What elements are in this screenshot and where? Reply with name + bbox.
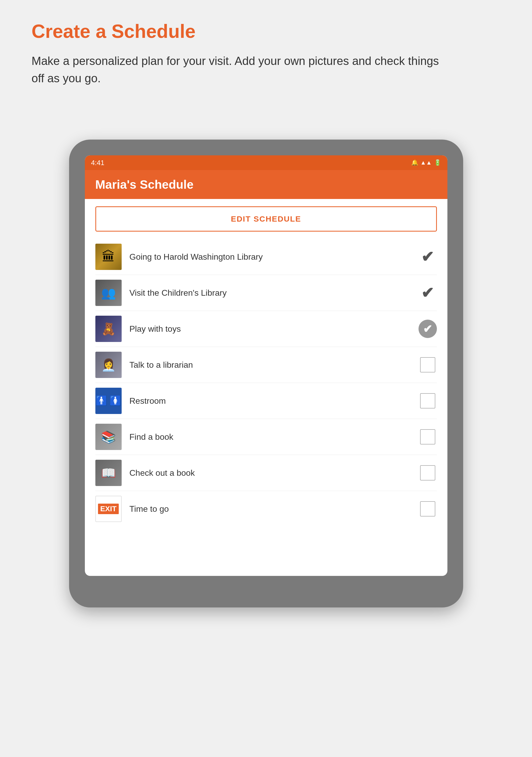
- page-subtitle: Make a personalized plan for your visit.…: [32, 52, 452, 87]
- checkmark-circle: ✔: [419, 319, 437, 338]
- status-time: 4:41: [91, 159, 104, 167]
- exit-sign-icon: EXIT: [98, 503, 118, 514]
- page-content: Create a Schedule Make a personalized pl…: [0, 0, 532, 623]
- edit-schedule-button[interactable]: EDIT SCHEDULE: [95, 206, 437, 231]
- checkmark-icon: ✔: [421, 284, 434, 302]
- app-header-title: Maria's Schedule: [95, 178, 193, 191]
- list-item: EXIT Time to go: [95, 491, 437, 527]
- tablet-outer-frame: 4:41 🔔 ▲▲ 🔋 Maria's Schedule EDIT SCHEDU…: [69, 139, 463, 607]
- battery-icon: 🔋: [434, 159, 441, 166]
- item-label: Find a book: [130, 432, 411, 442]
- item-image-toys: [95, 316, 122, 342]
- item-check[interactable]: [419, 500, 437, 518]
- tablet-screen: 4:41 🔔 ▲▲ 🔋 Maria's Schedule EDIT SCHEDU…: [85, 155, 447, 576]
- list-item: Check out a book: [95, 455, 437, 491]
- checkmark-icon: ✔: [423, 322, 432, 335]
- checkbox-empty: [420, 357, 435, 373]
- item-image-restroom: 🚹 🚺: [95, 388, 122, 414]
- list-item: 🚹 🚺 Restroom: [95, 383, 437, 419]
- item-image-children: [95, 280, 122, 306]
- schedule-list: Going to Harold Washington Library ✔ Vis…: [85, 239, 447, 527]
- item-label: Play with toys: [130, 324, 411, 334]
- item-image-book: [95, 424, 122, 450]
- male-icon: 🚹: [96, 395, 107, 407]
- item-image-checkout: [95, 460, 122, 486]
- item-check[interactable]: [419, 428, 437, 446]
- list-item: Find a book: [95, 419, 437, 455]
- item-check[interactable]: [419, 464, 437, 482]
- status-icons: 🔔 ▲▲ 🔋: [411, 159, 441, 166]
- item-check[interactable]: ✔: [419, 319, 437, 338]
- item-label: Talk to a librarian: [130, 360, 411, 370]
- item-label: Visit the Children's Library: [130, 288, 411, 298]
- app-header: Maria's Schedule: [85, 170, 447, 199]
- item-image-librarian: [95, 352, 122, 378]
- item-label: Check out a book: [130, 468, 411, 478]
- status-bar: 4:41 🔔 ▲▲ 🔋: [85, 155, 447, 170]
- checkmark-icon: ✔: [421, 248, 434, 266]
- list-item: Talk to a librarian: [95, 347, 437, 383]
- female-icon: 🚺: [109, 395, 121, 407]
- item-check[interactable]: [419, 392, 437, 410]
- wifi-icon: ▲▲: [420, 159, 432, 166]
- item-image-library: [95, 244, 122, 270]
- restroom-icon-group: 🚹 🚺: [96, 395, 121, 407]
- tablet-mockup: 4:41 🔔 ▲▲ 🔋 Maria's Schedule EDIT SCHEDU…: [69, 139, 463, 607]
- list-item: Visit the Children's Library ✔: [95, 275, 437, 311]
- item-check[interactable]: ✔: [419, 248, 437, 266]
- list-item: Play with toys ✔: [95, 311, 437, 347]
- edit-schedule-container: EDIT SCHEDULE: [85, 199, 447, 239]
- checkbox-empty: [420, 429, 435, 444]
- item-label: Time to go: [130, 504, 411, 514]
- item-check[interactable]: ✔: [419, 284, 437, 302]
- item-image-exit: EXIT: [95, 496, 122, 522]
- item-check[interactable]: [419, 356, 437, 374]
- item-label: Going to Harold Washington Library: [130, 252, 411, 262]
- list-item: Going to Harold Washington Library ✔: [95, 239, 437, 275]
- item-label: Restroom: [130, 396, 411, 406]
- checkbox-empty: [420, 465, 435, 480]
- checkbox-empty: [420, 501, 435, 517]
- checkbox-empty: [420, 393, 435, 409]
- notification-icon: 🔔: [411, 159, 418, 166]
- page-title: Create a Schedule: [32, 21, 500, 42]
